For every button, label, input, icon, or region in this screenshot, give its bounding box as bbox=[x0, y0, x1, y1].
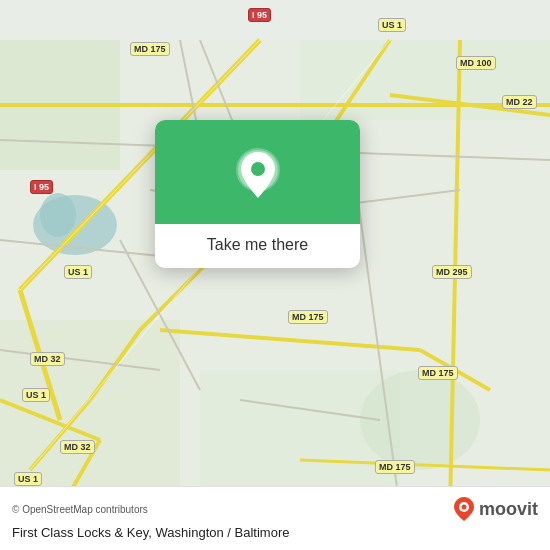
road-badge-us1_bot: US 1 bbox=[22, 388, 50, 402]
road-badge-md175_right: MD 175 bbox=[418, 366, 458, 380]
road-badge-md175_top: MD 175 bbox=[130, 42, 170, 56]
location-region: Washington / Baltimore bbox=[156, 525, 290, 540]
bottom-bar-top: © OpenStreetMap contributors moovit bbox=[12, 495, 538, 523]
road-badge-md295: MD 295 bbox=[432, 265, 472, 279]
bottom-bar: © OpenStreetMap contributors moovit Firs… bbox=[0, 486, 550, 550]
road-badge-md22: MD 22 bbox=[502, 95, 537, 109]
road-badge-us1_mid: US 1 bbox=[64, 265, 92, 279]
card-header bbox=[155, 120, 360, 224]
location-info: First Class Locks & Key, Washington / Ba… bbox=[12, 525, 538, 540]
card-button-section[interactable]: Take me there bbox=[155, 224, 360, 268]
road-badge-md175_bot: MD 175 bbox=[375, 460, 415, 474]
svg-point-36 bbox=[251, 162, 265, 176]
road-badge-us1_bot2: US 1 bbox=[14, 472, 42, 486]
take-me-there-button[interactable]: Take me there bbox=[207, 236, 308, 254]
road-badge-i95_top: I 95 bbox=[248, 8, 271, 22]
moovit-logo: moovit bbox=[453, 495, 538, 523]
svg-point-38 bbox=[461, 505, 466, 510]
road-badge-md100: MD 100 bbox=[456, 56, 496, 70]
road-badge-md32_bot: MD 32 bbox=[60, 440, 95, 454]
location-name: First Class Locks & Key bbox=[12, 525, 148, 540]
location-card: Take me there bbox=[155, 120, 360, 268]
osm-attribution: © OpenStreetMap contributors bbox=[12, 504, 148, 515]
road-badge-us1_top: US 1 bbox=[378, 18, 406, 32]
svg-point-2 bbox=[40, 193, 76, 237]
road-badge-md175_mid: MD 175 bbox=[288, 310, 328, 324]
road-badge-md32_left: MD 32 bbox=[30, 352, 65, 366]
map-container: I 95US 1MD 175MD 100MD 22I 95US 1MD 295M… bbox=[0, 0, 550, 550]
location-pin-icon bbox=[232, 144, 284, 206]
moovit-brand-text: moovit bbox=[479, 499, 538, 520]
moovit-pin-icon bbox=[453, 495, 475, 523]
road-badge-i95_mid: I 95 bbox=[30, 180, 53, 194]
